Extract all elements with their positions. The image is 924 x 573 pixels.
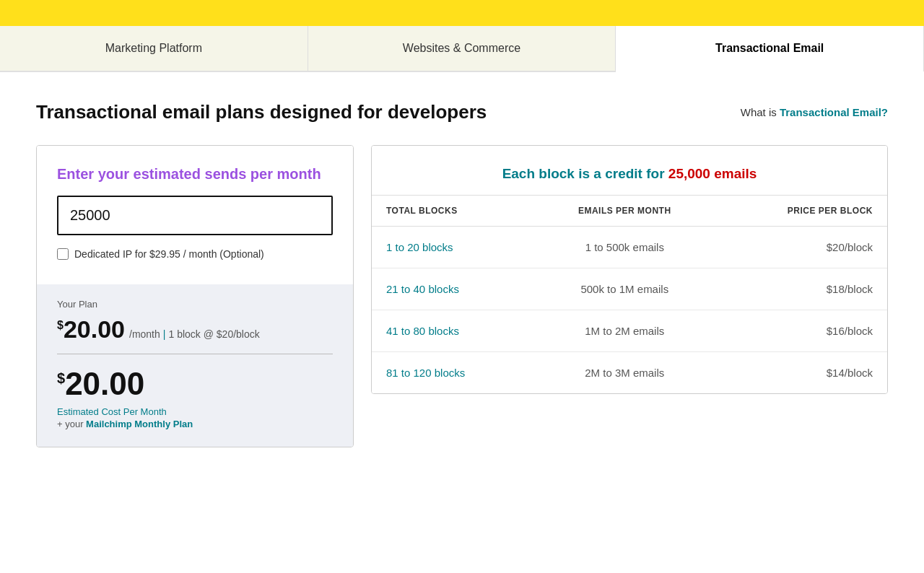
- pricing-table: TOTAL BLOCKS EMAILS PER MONTH PRICE PER …: [372, 196, 887, 393]
- right-panel: Each block is a credit for 25,000 emails…: [371, 145, 888, 394]
- plan-price-main: $20.00: [57, 315, 125, 344]
- price-cell: $18/block: [716, 268, 887, 310]
- pricing-table-header-row: TOTAL BLOCKS EMAILS PER MONTH PRICE PER …: [372, 196, 887, 227]
- two-col-layout: Enter your estimated sends per month Ded…: [36, 145, 888, 447]
- tab-websites[interactable]: Websites & Commerce: [308, 26, 616, 71]
- tabs-container: Marketing Platform Websites & Commerce T…: [0, 26, 924, 72]
- your-plan-section: Your Plan $20.00 /month|1 block @ $20/bl…: [37, 284, 353, 447]
- what-is-prefix: What is: [741, 106, 780, 118]
- table-row: 21 to 40 blocks 500k to 1M emails $18/bl…: [372, 268, 887, 310]
- table-row: 41 to 80 blocks 1M to 2M emails $16/bloc…: [372, 310, 887, 352]
- checkbox-row: Dedicated IP for $29.95 / month (Optiona…: [57, 248, 333, 267]
- price-cell: $14/block: [716, 352, 887, 394]
- plan-divider: [57, 354, 333, 354]
- block-header-amount: 25,000 emails: [668, 166, 757, 181]
- sends-label: Enter your estimated sends per month: [57, 166, 333, 183]
- plan-price-row: $20.00 /month|1 block @ $20/block: [57, 315, 333, 344]
- what-is-link-container: What is Transactional Email?: [741, 106, 888, 118]
- plan-price-currency: $: [57, 319, 64, 331]
- your-plan-label: Your Plan: [57, 299, 333, 310]
- tab-transactional[interactable]: Transactional Email: [616, 26, 924, 72]
- blocks-cell: 1 to 20 blocks: [372, 227, 533, 268]
- blocks-cell: 41 to 80 blocks: [372, 310, 533, 352]
- estimated-cost-big: $20.00: [57, 366, 333, 402]
- block-header-prefix: Each block is a credit for: [502, 166, 668, 181]
- estimated-currency: $: [57, 370, 65, 386]
- plus-plan-prefix: + your: [57, 419, 86, 429]
- estimated-label: Estimated Cost Per Month: [57, 406, 333, 417]
- sends-input[interactable]: [57, 196, 333, 235]
- price-cell: $16/block: [716, 310, 887, 352]
- emails-cell: 2M to 3M emails: [533, 352, 716, 394]
- page-title: Transactional email plans designed for d…: [36, 101, 487, 123]
- tab-marketing[interactable]: Marketing Platform: [0, 26, 308, 71]
- page-header: Transactional email plans designed for d…: [36, 101, 888, 123]
- emails-cell: 1M to 2M emails: [533, 310, 716, 352]
- emails-cell: 500k to 1M emails: [533, 268, 716, 310]
- blocks-cell: 81 to 120 blocks: [372, 352, 533, 394]
- emails-cell: 1 to 500k emails: [533, 227, 716, 268]
- col-price-header: PRICE PER BLOCK: [716, 196, 887, 227]
- plan-price-amount: 20.00: [64, 315, 125, 343]
- col-total-blocks-header: TOTAL BLOCKS: [372, 196, 533, 227]
- table-row: 1 to 20 blocks 1 to 500k emails $20/bloc…: [372, 227, 887, 268]
- plan-price-detail: /month|1 block @ $20/block: [129, 328, 260, 340]
- table-row: 81 to 120 blocks 2M to 3M emails $14/blo…: [372, 352, 887, 394]
- main-content: Transactional email plans designed for d…: [14, 72, 910, 462]
- dedicated-ip-label[interactable]: Dedicated IP for $29.95 / month (Optiona…: [74, 248, 264, 260]
- blocks-cell: 21 to 40 blocks: [372, 268, 533, 310]
- mailchimp-plan-link[interactable]: Mailchimp Monthly Plan: [86, 419, 193, 429]
- col-emails-header: EMAILS PER MONTH: [533, 196, 716, 227]
- price-cell: $20/block: [716, 227, 887, 268]
- top-bar: [0, 0, 924, 26]
- left-panel-top: Enter your estimated sends per month Ded…: [37, 146, 353, 284]
- plus-plan: + your Mailchimp Monthly Plan: [57, 419, 333, 429]
- block-header: Each block is a credit for 25,000 emails: [372, 146, 887, 196]
- dedicated-ip-checkbox[interactable]: [57, 248, 69, 260]
- left-panel: Enter your estimated sends per month Ded…: [36, 145, 354, 447]
- estimated-amount: 20.00: [65, 366, 144, 401]
- what-is-link[interactable]: Transactional Email?: [780, 106, 888, 118]
